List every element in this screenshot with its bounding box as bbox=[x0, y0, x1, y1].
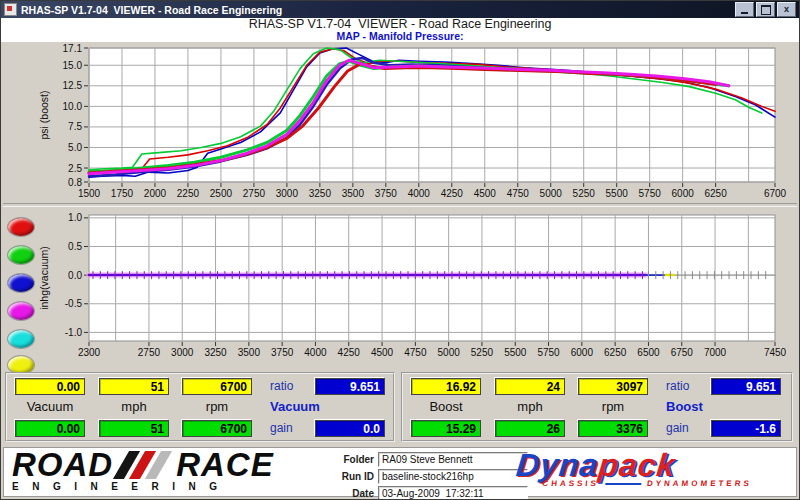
svg-text:3500: 3500 bbox=[238, 347, 261, 358]
run-button-red[interactable] bbox=[7, 217, 35, 237]
svg-text:4000: 4000 bbox=[408, 188, 431, 199]
svg-text:3000: 3000 bbox=[171, 347, 194, 358]
boost-ratio-label: ratio bbox=[666, 378, 689, 395]
svg-text:6500: 6500 bbox=[637, 347, 660, 358]
mph-col-label: mph bbox=[495, 399, 565, 415]
dynapack-chassis-text: CHASSIS bbox=[542, 479, 600, 488]
run-button-blue[interactable] bbox=[7, 273, 35, 293]
svg-text:7000: 7000 bbox=[704, 347, 727, 358]
svg-text:4250: 4250 bbox=[441, 188, 464, 199]
minimize-button[interactable] bbox=[735, 2, 754, 17]
svg-text:0.5: 0.5 bbox=[68, 241, 82, 252]
svg-text:4750: 4750 bbox=[507, 188, 530, 199]
run-info: Folder RA09 Steve Bennett Run ID baselin… bbox=[334, 452, 528, 500]
svg-text:-0.5: -0.5 bbox=[65, 298, 83, 309]
boost-panel: 16.92 24 3097 ratio 9.651 Boost mph rpm … bbox=[401, 372, 793, 442]
boost-gain-value: -1.6 bbox=[711, 420, 781, 437]
svg-text:5.0: 5.0 bbox=[68, 142, 82, 153]
svg-text:2.5: 2.5 bbox=[68, 163, 82, 174]
close-button[interactable]: x bbox=[777, 2, 796, 17]
dynapack-word1: Dyna bbox=[514, 447, 600, 483]
folder-label: Folder bbox=[334, 454, 374, 465]
svg-text:6700: 6700 bbox=[764, 188, 787, 199]
dynapack-dynamometers-text: DYNAMOMETERS bbox=[646, 479, 752, 488]
vacuum-chart[interactable]: 1.00.50.0-0.5-1.023002750300032503500375… bbox=[35, 206, 795, 364]
svg-text:6250: 6250 bbox=[604, 347, 627, 358]
run-button-magenta[interactable] bbox=[7, 301, 35, 321]
folder-field[interactable]: RA09 Steve Bennett bbox=[378, 452, 528, 467]
svg-text:4500: 4500 bbox=[474, 188, 497, 199]
mph-col-label: mph bbox=[99, 399, 169, 415]
svg-text:4500: 4500 bbox=[371, 347, 394, 358]
map-chart[interactable]: 17.115.012.510.07.55.02.50.8150017502000… bbox=[35, 42, 795, 204]
svg-text:2250: 2250 bbox=[177, 188, 200, 199]
svg-text:6750: 6750 bbox=[671, 347, 694, 358]
dynapack-word2: pack bbox=[597, 447, 678, 483]
dynapack-line bbox=[605, 483, 641, 485]
rpm-col-label: rpm bbox=[182, 399, 252, 415]
svg-text:5000: 5000 bbox=[438, 347, 461, 358]
run-button-cyan[interactable] bbox=[7, 329, 35, 349]
svg-text:1500: 1500 bbox=[78, 188, 101, 199]
road-race-word2: RACE bbox=[176, 450, 274, 480]
svg-text:12.5: 12.5 bbox=[63, 80, 83, 91]
minimize-icon bbox=[741, 12, 748, 14]
svg-text:10.0: 10.0 bbox=[63, 101, 83, 112]
rpm-col-label: rpm bbox=[578, 399, 648, 415]
svg-text:2750: 2750 bbox=[243, 188, 266, 199]
svg-text:2750: 2750 bbox=[138, 347, 161, 358]
boost-cursor-rpm: 3097 bbox=[578, 378, 648, 395]
svg-text:17.1: 17.1 bbox=[63, 43, 83, 54]
svg-text:inhg(vacuum): inhg(vacuum) bbox=[38, 246, 50, 310]
svg-text:6250: 6250 bbox=[705, 188, 728, 199]
svg-text:4000: 4000 bbox=[304, 347, 327, 358]
run-button-green[interactable] bbox=[7, 245, 35, 265]
svg-text:5500: 5500 bbox=[504, 347, 527, 358]
svg-text:3250: 3250 bbox=[204, 347, 227, 358]
vacuum-gain-value: 0.0 bbox=[315, 420, 385, 437]
vacuum-ratio-value: 9.651 bbox=[315, 378, 385, 395]
svg-text:4750: 4750 bbox=[404, 347, 427, 358]
svg-text:2300: 2300 bbox=[78, 347, 101, 358]
vacuum-cursor-rpm: 6700 bbox=[182, 378, 252, 395]
runid-label: Run ID bbox=[334, 471, 374, 482]
header: RHAS-SP V1.7-04 VIEWER - Road Race Engin… bbox=[1, 18, 799, 42]
svg-text:5000: 5000 bbox=[540, 188, 563, 199]
svg-text:3750: 3750 bbox=[375, 188, 398, 199]
vacuum-col-label: Vacuum bbox=[15, 399, 85, 415]
svg-text:7450: 7450 bbox=[764, 347, 787, 358]
boost-marker-rpm: 3376 bbox=[578, 420, 648, 437]
road-race-logo: ROAD RACE ENGINEERING bbox=[12, 449, 312, 492]
vacuum-marker-rpm: 6700 bbox=[182, 420, 252, 437]
app-window: RHAS-SP V1.7-04 VIEWER - Road Race Engin… bbox=[0, 0, 800, 500]
boost-marker-mph: 26 bbox=[495, 420, 565, 437]
boost-cursor-mph: 24 bbox=[495, 378, 565, 395]
vacuum-panel: 0.00 51 6700 ratio 9.651 Vacuum mph rpm … bbox=[5, 372, 395, 442]
maximize-icon bbox=[761, 5, 771, 15]
maximize-button[interactable] bbox=[756, 2, 775, 17]
runid-field[interactable]: baseline-stock216hp bbox=[378, 469, 528, 484]
svg-text:15.0: 15.0 bbox=[63, 60, 83, 71]
svg-text:3000: 3000 bbox=[276, 188, 299, 199]
svg-text:-1.0: -1.0 bbox=[65, 327, 83, 338]
boost-cursor-value: 16.92 bbox=[411, 378, 481, 395]
svg-text:2500: 2500 bbox=[210, 188, 233, 199]
date-label: Date bbox=[334, 488, 374, 499]
svg-text:5750: 5750 bbox=[537, 347, 560, 358]
road-race-word1: ROAD bbox=[12, 450, 113, 480]
svg-text:5250: 5250 bbox=[573, 188, 596, 199]
vacuum-cursor-value: 0.00 bbox=[15, 378, 85, 395]
vacuum-marker-value: 0.00 bbox=[15, 420, 85, 437]
window-title: RHAS-SP V1.7-04 VIEWER - Road Race Engin… bbox=[21, 4, 282, 16]
boost-gain-label: gain bbox=[666, 420, 689, 437]
date-field[interactable]: 03-Aug-2009 17:32:11 bbox=[378, 486, 528, 500]
app-icon bbox=[4, 3, 17, 16]
boost-ratio-value: 9.651 bbox=[711, 378, 781, 395]
svg-text:0.8: 0.8 bbox=[68, 177, 82, 188]
svg-text:1.0: 1.0 bbox=[68, 212, 82, 223]
svg-text:5500: 5500 bbox=[606, 188, 629, 199]
dynapack-logo: Dynapack CHASSIS DYNAMOMETERS bbox=[514, 448, 800, 488]
chart-region: 17.115.012.510.07.55.02.50.8150017502000… bbox=[1, 42, 799, 368]
boost-section-label: Boost bbox=[666, 399, 703, 415]
svg-text:6000: 6000 bbox=[571, 347, 594, 358]
